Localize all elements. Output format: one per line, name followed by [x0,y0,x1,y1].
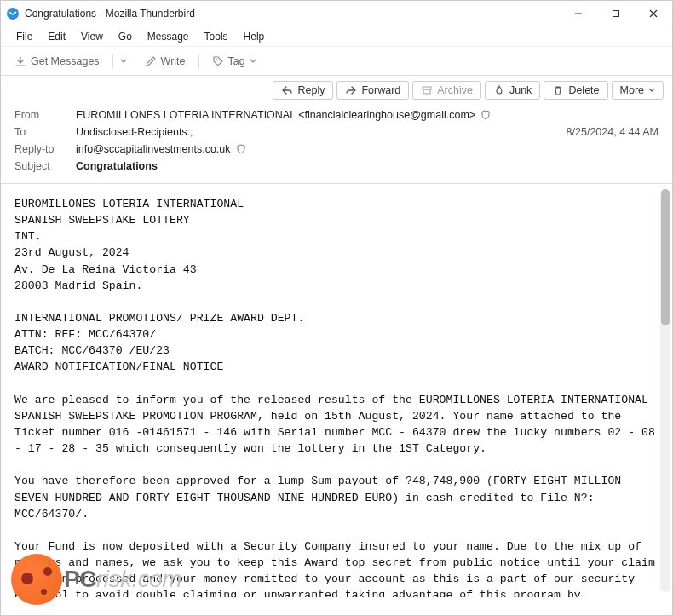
menu-edit[interactable]: Edit [41,29,72,44]
menu-message[interactable]: Message [141,29,196,44]
message-body[interactable]: EUROMILLONES LOTERIA INTERNATIONAL SPANI… [1,184,672,597]
flame-icon [493,84,505,96]
menu-go[interactable]: Go [112,29,139,44]
svg-rect-7 [423,89,430,94]
contact-shield-icon[interactable] [480,109,492,121]
replyto-label: Reply-to [14,143,76,155]
get-messages-label: Get Messages [31,55,100,67]
chevron-down-icon [250,58,256,65]
more-button[interactable]: More [612,81,664,100]
delete-label: Delete [568,84,599,96]
forward-button[interactable]: Forward [336,81,409,100]
menu-bar: File Edit View Go Message Tools Help [1,26,672,47]
menu-tools[interactable]: Tools [198,29,235,44]
message-headers: From EUROMILLONES LOTERIA INTERNATIONAL … [1,103,672,184]
message-date: 8/25/2024, 4:44 AM [567,126,659,138]
subject-label: Subject [14,160,76,172]
from-value[interactable]: EUROMILLONES LOTERIA INTERNATIONAL <fina… [76,109,475,121]
to-value[interactable]: Undisclosed-Recipients:; [76,126,193,138]
scrollbar[interactable] [660,189,670,592]
contact-shield-icon[interactable] [235,143,247,155]
menu-view[interactable]: View [74,29,110,44]
more-label: More [620,84,644,96]
window-titlebar: Congratulations - Mozilla Thunderbird [1,1,672,26]
chevron-down-icon[interactable] [118,55,129,67]
archive-button[interactable]: Archive [412,81,481,100]
reply-label: Reply [297,84,325,96]
minimize-button[interactable] [560,1,597,26]
junk-button[interactable]: Junk [485,81,540,100]
reply-button[interactable]: Reply [273,81,333,100]
write-label: Write [161,55,186,67]
junk-label: Junk [509,84,532,96]
from-label: From [14,109,76,121]
to-label: To [14,126,76,138]
delete-button[interactable]: Delete [544,81,607,100]
archive-label: Archive [437,84,473,96]
forward-icon [345,84,357,96]
replyto-value[interactable]: info@sccapitalinvestments.co.uk [76,143,231,155]
svg-rect-2 [613,10,619,16]
scrollbar-thumb[interactable] [661,189,670,325]
toolbar-separator [112,54,113,69]
menu-file[interactable]: File [9,29,39,44]
thunderbird-icon [6,7,20,20]
reply-icon [281,84,293,96]
chevron-down-icon [648,87,655,94]
forward-label: Forward [361,84,400,96]
write-button[interactable]: Write [138,53,193,70]
archive-icon [421,84,433,96]
toolbar-separator [198,54,199,69]
window-title: Congratulations - Mozilla Thunderbird [25,8,560,20]
tag-label: Tag [228,55,245,67]
main-toolbar: Get Messages Write Tag [1,47,672,76]
message-body-area: EUROMILLONES LOTERIA INTERNATIONAL SPANI… [1,184,672,597]
tag-icon [212,55,224,67]
pencil-icon [145,55,157,67]
close-button[interactable] [635,1,672,26]
message-actions: Reply Forward Archive Junk Delete More [1,76,672,103]
svg-point-5 [216,59,217,60]
get-messages-button[interactable]: Get Messages [8,53,106,70]
tag-button[interactable]: Tag [205,53,263,70]
download-icon [14,55,26,67]
subject-value: Congratulations [76,160,158,172]
maximize-button[interactable] [597,1,635,26]
menu-help[interactable]: Help [237,29,272,44]
svg-point-0 [7,8,19,20]
trash-icon [552,84,564,96]
